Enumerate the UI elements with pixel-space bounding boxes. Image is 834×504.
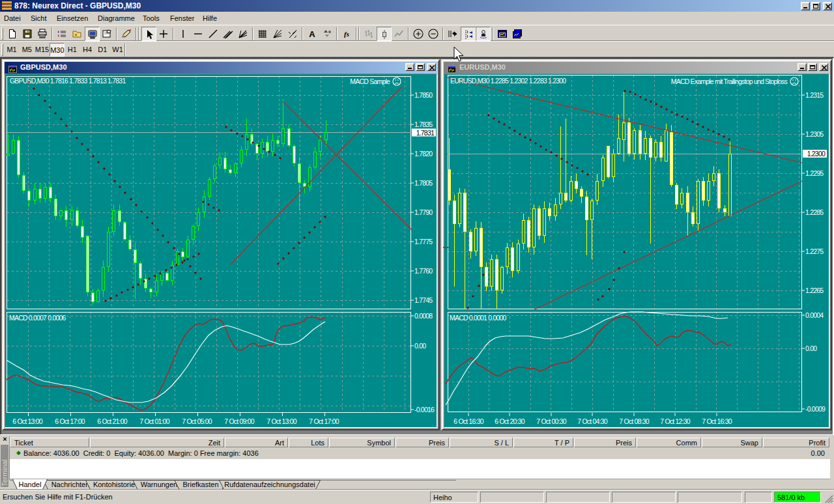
svg-text:Nachrichten: Nachrichten	[51, 481, 90, 488]
svg-text:Warnungen: Warnungen	[141, 481, 177, 488]
svg-text:A: A	[309, 29, 315, 39]
svg-text:fs: fs	[344, 30, 349, 38]
svg-text:Rufdatenaufzeichnungsdatei: Rufdatenaufzeichnungsdatei	[224, 481, 315, 488]
svg-text:Handel: Handel	[19, 481, 42, 488]
svg-text:Briefkasten: Briefkasten	[182, 481, 218, 488]
svg-text:Kontohistorie: Kontohistorie	[93, 481, 135, 488]
